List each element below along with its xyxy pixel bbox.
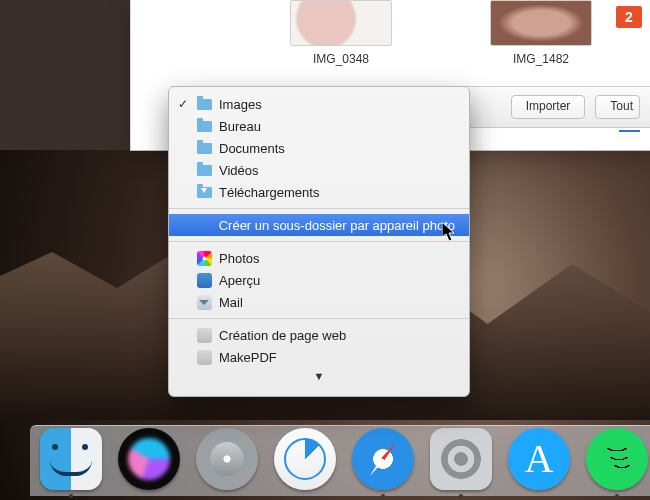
menu-item-label: Vidéos <box>219 163 259 178</box>
menu-item-label: Bureau <box>219 119 261 134</box>
folder-icon <box>196 140 212 156</box>
menu-item-desktop[interactable]: Bureau <box>169 115 469 137</box>
destination-dropdown: ✓ Images Bureau Documents Vidéos Télécha… <box>168 86 470 397</box>
menu-separator <box>169 208 469 209</box>
menu-item-mail-app[interactable]: Mail <box>169 291 469 313</box>
menu-item-label: Téléchargements <box>219 185 319 200</box>
dock-system-preferences[interactable] <box>430 428 492 490</box>
thumbnail-item[interactable]: IMG_1482 <box>486 0 596 80</box>
step-badge: 2 <box>616 6 642 28</box>
menu-separator <box>169 241 469 242</box>
dock-finder[interactable] <box>40 428 102 490</box>
menu-separator <box>169 318 469 319</box>
thumbnail-row: IMG_0348 IMG_1482 <box>286 0 650 80</box>
downloads-folder-icon <box>196 184 212 200</box>
thumbnail-image <box>490 0 592 46</box>
thumbnail-caption: IMG_0348 <box>286 52 396 66</box>
dock-siri[interactable] <box>118 428 180 490</box>
menu-item-label: Aperçu <box>219 273 260 288</box>
dock <box>0 414 650 500</box>
mouse-cursor <box>442 222 458 242</box>
menu-item-webpage-workflow[interactable]: Création de page web <box>169 324 469 346</box>
workflow-icon <box>196 349 212 365</box>
folder-icon <box>196 118 212 134</box>
folder-icon <box>196 96 212 112</box>
menu-item-images[interactable]: ✓ Images <box>169 93 469 115</box>
dock-mail[interactable] <box>274 428 336 490</box>
photos-app-icon <box>196 250 212 266</box>
menu-item-preview-app[interactable]: Aperçu <box>169 269 469 291</box>
thumbnail-image <box>290 0 392 46</box>
mail-app-icon <box>196 294 212 310</box>
menu-item-label: Création de page web <box>219 328 346 343</box>
workflow-icon <box>196 327 212 343</box>
menu-item-create-subfolder[interactable]: Créer un sous-dossier par appareil photo <box>169 214 469 236</box>
dock-launchpad[interactable] <box>196 428 258 490</box>
menu-item-makepdf-workflow[interactable]: MakePDF <box>169 346 469 368</box>
menu-item-downloads[interactable]: Téléchargements <box>169 181 469 203</box>
menu-item-label: Documents <box>219 141 285 156</box>
dock-app-store[interactable] <box>508 428 570 490</box>
active-tab-underline <box>619 130 640 132</box>
menu-item-photos-app[interactable]: Photos <box>169 247 469 269</box>
menu-item-label: MakePDF <box>219 350 277 365</box>
menu-item-label: Photos <box>219 251 259 266</box>
scroll-down-indicator[interactable]: ▼ <box>169 370 469 382</box>
dock-safari[interactable] <box>352 428 414 490</box>
menu-item-label: Images <box>219 97 262 112</box>
thumbnail-item[interactable]: IMG_0348 <box>286 0 396 80</box>
dock-spotify[interactable] <box>586 428 648 490</box>
import-button[interactable]: Importer <box>511 95 586 119</box>
checkmark-icon: ✓ <box>177 97 189 111</box>
import-all-button[interactable]: Tout <box>595 95 640 119</box>
thumbnail-caption: IMG_1482 <box>486 52 596 66</box>
menu-item-label: Mail <box>219 295 243 310</box>
folder-icon <box>196 162 212 178</box>
menu-item-label: Créer un sous-dossier par appareil photo <box>219 218 455 233</box>
menu-item-documents[interactable]: Documents <box>169 137 469 159</box>
preview-app-icon <box>196 272 212 288</box>
menu-item-videos[interactable]: Vidéos <box>169 159 469 181</box>
